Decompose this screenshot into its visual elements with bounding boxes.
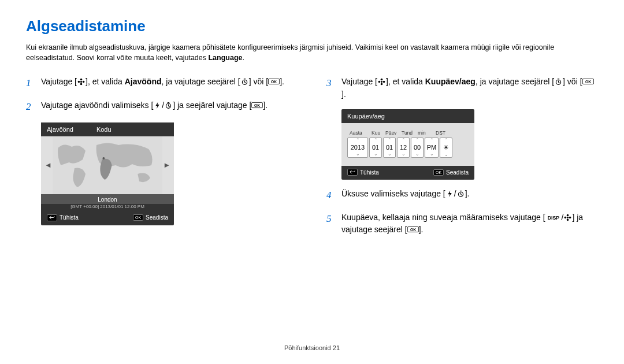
timezone-screen: Ajavöönd Kodu ◄ ► [41,122,174,225]
screen1-subtitle: Kodu [96,126,112,133]
left-column: 1 Vajutage [], et valida Ajavöönd, ja va… [26,76,298,244]
ok-icon [268,78,280,85]
year-stepper[interactable]: ⌃2013⌄ [347,138,368,158]
page-footer: Põhifunktsioonid 21 [0,344,624,351]
step-2-text: Vajutage ajavööndi valimiseks [/] ja see… [41,99,298,114]
minute-stepper[interactable]: ⌃00⌄ [411,138,424,158]
ok-icon [582,78,594,85]
page-title: Algseadistamine [26,17,598,35]
svg-point-10 [102,157,105,159]
cancel-button[interactable]: Tühista [347,169,379,176]
day-stepper[interactable]: ⌃01⌄ [383,138,396,158]
ok-icon [251,102,263,109]
step-1-text: Vajutage [], et valida Ajavöönd, ja vaju… [41,76,298,91]
screen1-title: Ajavöönd [47,126,73,133]
step-3-number: 3 [326,76,341,101]
step-5-text: Kuupäeva, kellaaja ning suveaja määramis… [341,211,598,236]
cancel-button[interactable]: Tühista [47,214,79,221]
set-button[interactable]: OKSeadista [433,169,469,176]
step-4-text: Üksuse valimiseks vajutage [/]. [341,188,598,203]
right-column: 3 Vajutage [], et valida Kuupäev/aeg, ja… [326,76,598,244]
ok-icon [407,226,419,233]
back-icon [49,216,55,220]
date-labels: AastaKuuPäevTundminDST [347,130,469,138]
timer-icon [240,78,249,86]
set-button[interactable]: OKSeadista [133,214,168,221]
month-stepper[interactable]: ⌃01⌄ [369,138,382,158]
flash-icon [153,102,162,109]
ampm-stepper[interactable]: ⌃PM⌄ [425,138,439,158]
timer-icon [164,102,173,109]
timer-icon [456,190,465,198]
back-icon [350,170,355,174]
map-prev[interactable]: ◄ [44,161,52,169]
flash-icon [445,190,454,198]
step-1-number: 1 [26,76,41,91]
flower-icon [377,78,386,86]
hour-stepper[interactable]: ⌃12⌄ [397,138,410,158]
step-4-number: 4 [326,188,341,203]
datetime-screen: Kuupäev/aeg AastaKuuPäevTundminDST ⌃2013… [341,109,474,180]
flower-icon [563,214,572,221]
flower-icon [77,78,86,86]
sun-icon: ☀ [440,143,452,153]
step-2-number: 2 [26,99,41,114]
dst-stepper[interactable]: ⌃☀⌄ [440,138,452,158]
step-3-text: Vajutage [], et valida Kuupäev/aeg, ja v… [341,76,598,101]
step-5-number: 5 [326,211,341,236]
gmt-label: [GMT +00:00] 2013/01/01 12:00 PM [41,204,174,211]
city-label: London [41,194,174,204]
disp-icon [545,214,562,221]
world-map [53,136,162,194]
timer-icon [554,78,563,86]
intro-text: Kui ekraanile ilmub algseadistuskuva, jä… [26,42,598,63]
map-next[interactable]: ► [163,161,170,169]
screen2-title: Kuupäev/aeg [341,109,474,123]
